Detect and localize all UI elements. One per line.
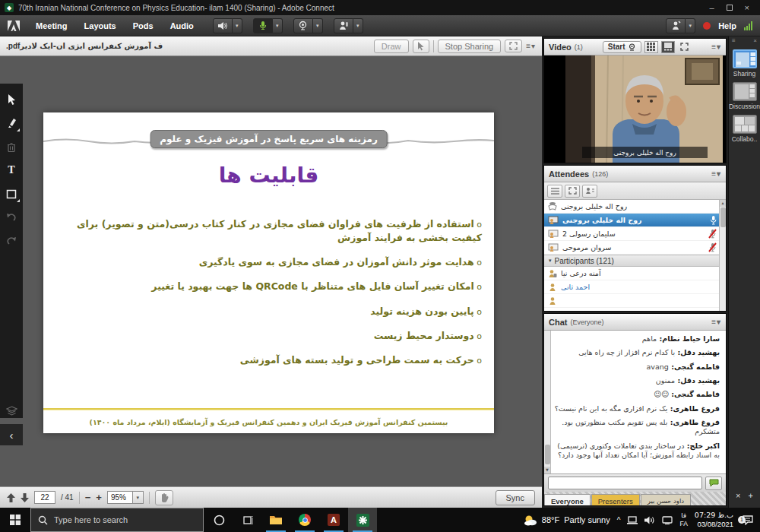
zoom-level-select[interactable]: 95% ▾ (107, 491, 144, 504)
raise-hand-dropdown[interactable]: ▾ (353, 18, 363, 33)
attendee-grid-view-button[interactable] (565, 185, 580, 198)
minimize-icon[interactable]: – (709, 4, 714, 11)
taskbar-search-box[interactable]: Type here to search (30, 508, 204, 532)
webcam-dropdown[interactable]: ▾ (313, 18, 323, 33)
attendee-row[interactable]: آمنه درعی نیا (544, 267, 726, 280)
scroll-down-icon[interactable]: ▼ (544, 467, 550, 473)
undo-icon[interactable] (5, 211, 18, 224)
text-tool[interactable]: T (5, 163, 18, 177)
chat-tab-private[interactable]: داود حسن بیر (641, 494, 691, 506)
speaker-button[interactable] (213, 18, 233, 33)
attendee-row-partial[interactable] (544, 294, 726, 308)
close-icon[interactable]: × (745, 4, 749, 11)
raise-hand-button[interactable] (334, 18, 353, 33)
menu-pods[interactable]: Pods (125, 15, 162, 36)
status-dropdown[interactable]: ▾ (686, 18, 695, 33)
delete-tool[interactable] (5, 140, 18, 154)
layout-thumb-sharing[interactable] (733, 49, 757, 68)
participants-section-header[interactable]: ▾ Participants (121) (544, 255, 726, 267)
zoom-out-button[interactable]: − (85, 492, 91, 503)
pointer-tool-button[interactable] (413, 40, 429, 53)
attendees-pod-menu-icon[interactable]: ≡▾ (711, 169, 721, 178)
layers-icon[interactable] (5, 404, 18, 418)
attendee-name: سروان مرموحی (562, 243, 612, 252)
chat-tab-presenters[interactable]: Presenters (591, 494, 640, 506)
search-icon (38, 515, 48, 525)
maximize-icon[interactable] (727, 5, 733, 11)
speaker-dropdown[interactable]: ▾ (233, 18, 242, 33)
sync-button[interactable]: Sync (496, 490, 535, 505)
layout-thumb-collaboration[interactable] (733, 115, 757, 134)
page-down-button[interactable] (21, 493, 29, 502)
tray-network-icon[interactable] (662, 516, 673, 524)
language-code: FA (679, 520, 687, 528)
language-indicator[interactable]: فا FA (679, 511, 687, 527)
tray-device-icon[interactable] (627, 516, 638, 524)
tray-speaker-icon[interactable] (644, 516, 655, 524)
attendees-scrollbar[interactable]: ▲ (719, 200, 726, 311)
file-explorer-button[interactable] (261, 508, 290, 532)
fullscreen-button[interactable] (505, 40, 522, 52)
webcam-button[interactable] (293, 18, 313, 33)
menubar: Meeting Layouts Pods Audio ▾ ▾ ▾ ▾ ▾ (0, 15, 760, 36)
connection-signal-icon[interactable] (744, 21, 752, 30)
video-pod-menu-icon[interactable]: ≡▾ (711, 43, 721, 51)
share-pod-menu-icon[interactable]: ≡▾ (526, 42, 536, 50)
layouts-menu-icon[interactable]: ≡ (732, 37, 736, 44)
page-up-button[interactable] (7, 493, 15, 502)
notification-center-button[interactable]: 1 (740, 515, 755, 525)
share-pod-content: T ‹ رمزینه های سریع پاسخ در آموزش فیزیک … (0, 56, 542, 486)
pan-tool-button[interactable] (155, 490, 173, 505)
shape-tool[interactable] (5, 187, 18, 201)
page-number-input[interactable]: 22 (34, 491, 55, 504)
window-titlebar: ◆ 70th Iranian National Conference on Ph… (0, 0, 760, 15)
layout-thumb-discussion[interactable] (733, 82, 757, 101)
menu-layouts[interactable]: Layouts (76, 15, 125, 36)
redo-icon[interactable] (5, 234, 18, 248)
scroll-up-icon[interactable]: ▲ (720, 200, 726, 207)
marker-tool[interactable] (5, 116, 18, 130)
attendee-list-view-button[interactable] (547, 185, 562, 198)
chat-pod-header: Chat (Everyone) ≡▾ (544, 314, 726, 331)
status-button[interactable] (666, 18, 686, 33)
stop-sharing-button[interactable]: Stop Sharing (438, 40, 502, 53)
selection-arrow-tool[interactable] (5, 93, 18, 106)
chat-scrollbar[interactable]: ▼ (544, 331, 551, 473)
menu-meeting[interactable]: Meeting (27, 15, 76, 36)
phone-speaker-icon (548, 202, 557, 211)
send-message-button[interactable] (705, 477, 722, 490)
help-link[interactable]: Help (718, 21, 736, 30)
chat-tab-everyone[interactable]: Everyone (544, 494, 591, 506)
microphone-button[interactable] (253, 18, 273, 33)
start-webcam-button[interactable]: Start (603, 41, 641, 53)
task-view-button[interactable] (234, 508, 261, 532)
scrollbar-thumb[interactable] (720, 207, 726, 227)
attendee-row[interactable]: احمد ثانی (544, 280, 726, 294)
access-button[interactable]: A (319, 508, 348, 532)
microphone-dropdown[interactable]: ▾ (273, 18, 283, 33)
adobe-connect-taskbar-button[interactable] (348, 508, 377, 532)
cortana-button[interactable] (204, 508, 234, 532)
attendee-row[interactable]: سروان مرموحی (544, 241, 726, 255)
draw-button[interactable]: Draw (374, 40, 409, 53)
chrome-button[interactable] (290, 508, 319, 532)
collapse-palette-button[interactable]: ‹ (0, 424, 23, 445)
attendee-row[interactable]: سلیمان رسولی 2 (544, 227, 726, 241)
chat-message-input[interactable] (548, 477, 702, 489)
start-button[interactable] (0, 508, 30, 532)
add-tab-icon[interactable]: + (749, 491, 753, 500)
filmstrip-view-button[interactable] (661, 41, 675, 53)
grid-view-button[interactable] (644, 41, 658, 53)
zoom-in-button[interactable]: + (96, 492, 102, 503)
menu-audio[interactable]: Audio (162, 15, 202, 36)
attendee-status-view-button[interactable] (582, 185, 597, 198)
close-tab-icon[interactable]: × (736, 491, 740, 500)
taskbar-clock[interactable]: 07:29 ب.ظ 03/08/2021 (695, 511, 733, 530)
layouts-close-icon[interactable]: × (753, 37, 757, 44)
attendee-row-selected[interactable]: روح اله خلیلی بروجنی (544, 214, 726, 227)
weather-widget[interactable]: 88°F Partly sunny (524, 515, 610, 526)
video-fullscreen-button[interactable] (678, 41, 692, 53)
active-speaker-row[interactable]: روح اله خلیلی بروجنی (544, 200, 726, 214)
tray-chevron-icon[interactable]: ^ (617, 516, 621, 524)
chat-pod-menu-icon[interactable]: ≡▾ (711, 318, 721, 326)
